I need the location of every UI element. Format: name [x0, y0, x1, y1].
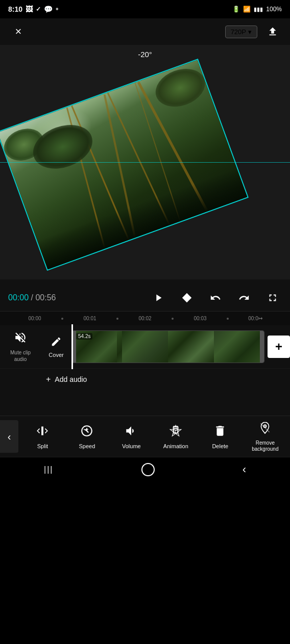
quality-label: 720P [231, 28, 246, 36]
undo-button[interactable] [206, 289, 225, 307]
plus-icon: + [275, 340, 282, 354]
split-label: Split [37, 443, 48, 449]
mute-icon [14, 331, 27, 347]
status-bar: 8:10 🖼 ✓ 💬 • 🔋 📶 ▮▮▮ 100% [0, 0, 290, 18]
quality-selector[interactable]: 720P ▾ [225, 25, 257, 38]
redo-button[interactable] [235, 289, 253, 307]
close-button[interactable]: × [8, 21, 29, 42]
clip-strip-container: 54.2s + [71, 330, 290, 363]
playhead [71, 324, 73, 369]
ruler-tick-0: 00:00 [8, 316, 61, 321]
home-icon[interactable] [141, 463, 155, 476]
diamond-icon [181, 292, 192, 303]
toolbar-back-button[interactable]: ‹ [0, 420, 18, 453]
bottom-toolbar: ‹ Split Speed [0, 416, 290, 457]
remove-background-icon [258, 421, 272, 437]
fullscreen-icon [267, 292, 278, 303]
video-frame-border [0, 59, 249, 271]
animation-tool[interactable]: Animation [163, 424, 188, 449]
timeline-ruler: 00:00 00:01 00:02 00:03 00:0↦ [0, 311, 290, 325]
cover-icon [51, 336, 62, 350]
ruler-tick-4: 00:0↦ [229, 316, 282, 321]
tool-items: Split Speed Volume [18, 421, 290, 452]
remove-background-label: Removebackground [252, 440, 278, 452]
gallery-icon: 🖼 [26, 5, 33, 13]
video-content [0, 60, 247, 269]
volume-label: Volume [122, 443, 141, 449]
add-audio-plus-icon: + [46, 375, 51, 384]
remove-background-tool[interactable]: Removebackground [252, 421, 278, 452]
play-button[interactable] [149, 289, 167, 307]
back-chevron-icon: ‹ [8, 431, 11, 443]
clip-duration-badge: 54.2s [76, 333, 92, 340]
messenger-icon: 💬 [44, 5, 53, 13]
spacer [0, 390, 290, 400]
split-tool[interactable]: Split [30, 424, 55, 449]
controls-row: 00:00 / 00:56 [0, 285, 290, 311]
animation-icon [169, 424, 182, 441]
delete-tool[interactable]: Delete [207, 424, 233, 449]
rotation-label: -20° [138, 50, 152, 59]
top-bar: × 720P ▾ [0, 18, 290, 45]
clip-thumbnail-1 [122, 331, 168, 363]
speed-tool[interactable]: Speed [74, 424, 100, 449]
delete-label: Delete [212, 443, 228, 449]
ruler-tick-1: 00:01 [63, 316, 116, 321]
current-time: 00:00 [8, 293, 29, 302]
delete-icon [213, 424, 227, 441]
volume-icon [125, 424, 138, 441]
volume-tool[interactable]: Volume [118, 424, 144, 449]
add-audio-label: Add audio [55, 375, 87, 383]
ruler-tick-3: 00:03 [174, 316, 227, 321]
status-time: 8:10 [8, 5, 22, 13]
clip-thumbnail-3 [214, 331, 260, 363]
export-button[interactable] [263, 22, 282, 41]
add-audio-row[interactable]: + Add audio [0, 368, 290, 390]
clip-thumbnail-2 [168, 331, 214, 363]
status-right: 🔋 📶 ▮▮▮ 100% [232, 6, 282, 13]
back-nav-icon[interactable]: ‹ [243, 463, 246, 476]
mute-label: Mute clipaudio [10, 349, 31, 363]
total-time: 00:56 [35, 293, 56, 302]
check-icon: ✓ [36, 6, 41, 13]
fullscreen-button[interactable] [263, 289, 282, 307]
upload-icon [267, 26, 278, 37]
video-preview-area: -20° [0, 45, 290, 279]
add-clip-button[interactable]: + [268, 336, 290, 358]
playback-controls [149, 289, 282, 307]
battery-icon: 🔋 [232, 6, 240, 13]
guide-line [0, 162, 290, 163]
bottom-spacer [0, 400, 290, 416]
video-frame[interactable] [0, 59, 249, 271]
clip-row: Mute clipaudio Cover 54.2s [0, 325, 290, 368]
time-display: 00:00 / 00:56 [8, 293, 56, 302]
battery-percent: 100% [266, 6, 282, 13]
mute-clip-area[interactable]: Mute clipaudio [0, 331, 41, 363]
keyframe-button[interactable] [178, 289, 196, 307]
recent-apps-icon[interactable]: ||| [44, 465, 53, 474]
timeline-section: 00:00 / 00:56 [0, 279, 290, 390]
ruler-tick-2: 00:02 [118, 316, 172, 321]
animation-label: Animation [163, 443, 188, 449]
speed-label: Speed [79, 443, 95, 449]
system-nav-bar: ||| ‹ [0, 457, 290, 481]
wifi-icon: 📶 [243, 6, 251, 13]
signal-icon: ▮▮▮ [254, 6, 263, 13]
dot-icon: • [56, 5, 59, 14]
chevron-down-icon: ▾ [248, 28, 252, 36]
speed-icon [80, 424, 93, 441]
split-icon [36, 424, 49, 441]
redo-icon [238, 292, 250, 303]
clip-strip[interactable]: 54.2s [71, 330, 264, 363]
edit-cover-icon [51, 336, 62, 347]
play-icon [153, 292, 164, 303]
cover-label: Cover [49, 352, 63, 358]
undo-icon [210, 292, 221, 303]
speaker-icon [14, 331, 27, 344]
cover-button[interactable]: Cover [41, 336, 71, 358]
